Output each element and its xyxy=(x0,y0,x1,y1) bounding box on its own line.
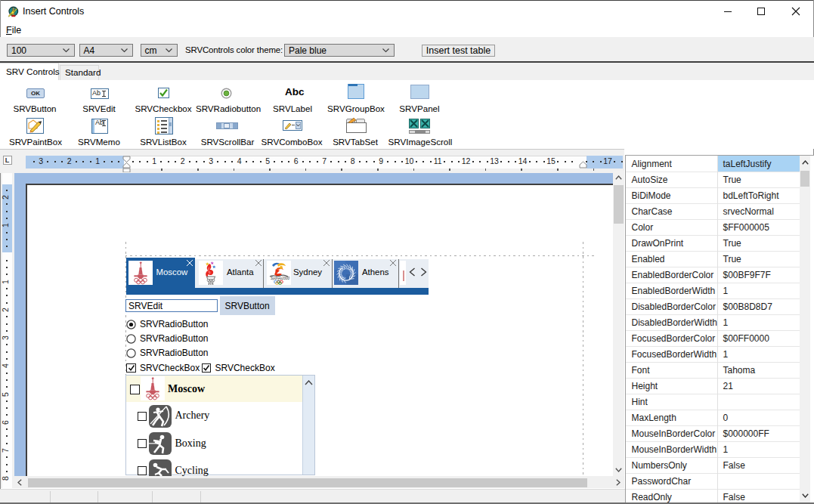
svg-text:Sydney2000: Sydney2000 xyxy=(271,276,290,280)
